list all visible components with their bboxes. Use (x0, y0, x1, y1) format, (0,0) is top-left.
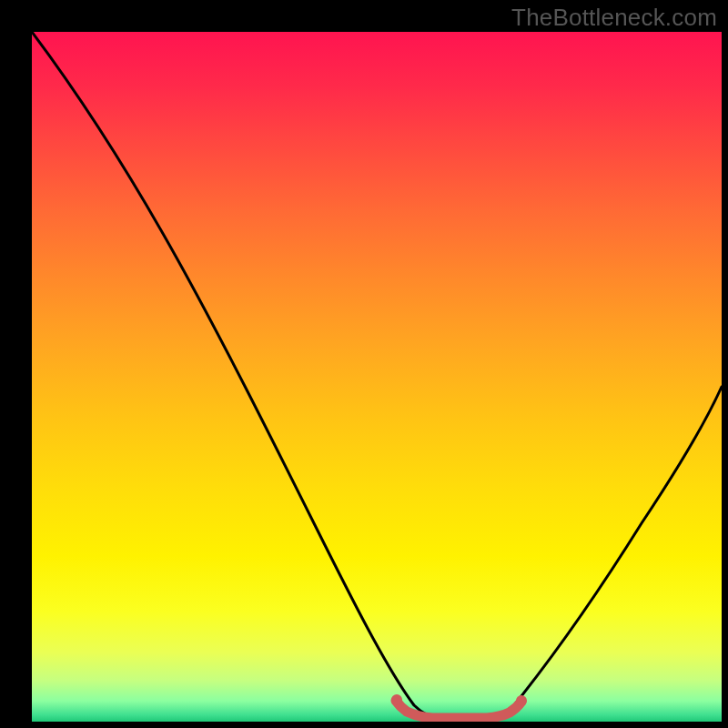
plot-area (32, 32, 722, 722)
bottleneck-curve-path (32, 32, 722, 719)
valley-start-dot (391, 694, 402, 705)
curve-overlay (32, 32, 722, 722)
chart-root: TheBottleneck.com (0, 0, 728, 728)
valley-end-dot (516, 695, 527, 706)
watermark-text: TheBottleneck.com (511, 4, 717, 32)
valley-highlight-path (396, 701, 521, 718)
